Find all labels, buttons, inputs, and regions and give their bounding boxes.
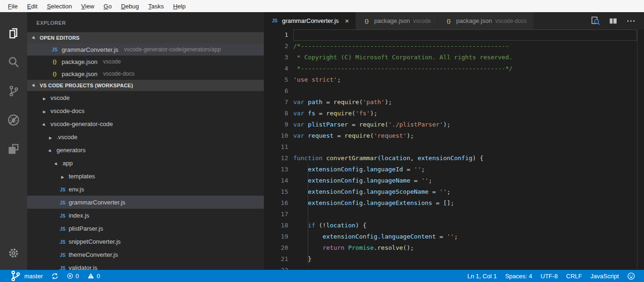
encoding[interactable]: UTF-8 xyxy=(537,270,562,282)
line-number: 4 xyxy=(264,63,293,74)
line-number: 7 xyxy=(264,97,293,108)
indent-guide xyxy=(308,231,308,242)
json-file-icon: {} xyxy=(50,59,59,64)
more-actions-icon xyxy=(626,16,636,26)
tree-item-vscode-generator-code[interactable]: ▶vscode-generator-code xyxy=(27,117,264,130)
line-content xyxy=(293,29,637,41)
settings-button[interactable] xyxy=(0,243,27,263)
feedback-smiley-icon xyxy=(627,272,635,280)
file-name: package.json xyxy=(62,70,98,78)
tab-package-json[interactable]: {}package.jsonvscode-docs xyxy=(438,12,534,29)
tree-item-themeconverter-js[interactable]: JSthemeConverter.js xyxy=(27,248,264,261)
file-name: grammarConverter.js xyxy=(62,46,118,53)
indentation-label: Spaces: 4 xyxy=(505,273,532,280)
activity-item-extensions[interactable] xyxy=(0,134,27,163)
open-editor-item[interactable]: {}package.jsonvscode-docs xyxy=(27,68,264,80)
menu-item-tasks[interactable]: Tasks xyxy=(144,1,168,12)
split-editor-button[interactable] xyxy=(607,15,620,27)
tree-item-vscode-docs[interactable]: ▶vscode-docs xyxy=(27,104,264,117)
tree-item-plistparser-js[interactable]: JSplistParser.js xyxy=(27,222,264,235)
js-file-icon: JS xyxy=(60,213,65,219)
tree-item-label: themeConverter.js xyxy=(69,251,118,258)
extensions-icon xyxy=(7,142,21,156)
open-editors-header[interactable]: ▶ OPEN EDITORS xyxy=(27,32,264,43)
js-file-icon: JS xyxy=(60,240,65,245)
cursor-position-label: Ln 1, Col 1 xyxy=(467,273,497,280)
open-editor-item[interactable]: {}package.jsonvscode xyxy=(27,56,264,68)
tree-item-app[interactable]: ▶app xyxy=(27,156,264,169)
js-file-icon: JS xyxy=(270,18,279,23)
code-line: 6 xyxy=(264,85,644,97)
line-content xyxy=(293,265,637,270)
workspace-header[interactable]: ▶ VS CODE PROJECTS (WORKSPACE) xyxy=(27,80,264,91)
line-number: 20 xyxy=(264,242,293,254)
indentation[interactable]: Spaces: 4 xyxy=(501,270,537,282)
menu-item-file[interactable]: File xyxy=(4,1,22,12)
tab-package-json[interactable]: {}package.jsonvscode xyxy=(356,12,438,29)
line-content: var plistParser = require('./plistParser… xyxy=(293,119,637,130)
end-of-line[interactable]: CRLF xyxy=(562,270,586,282)
tree-item-index-js[interactable]: JSindex.js xyxy=(27,209,264,222)
git-branch-icon xyxy=(9,269,22,282)
error-count[interactable]: 0 xyxy=(63,270,83,282)
code-line: 5'use strict'; xyxy=(264,74,644,85)
code-editor[interactable]: 12/*------------------------------------… xyxy=(264,29,644,270)
json-file-icon: {} xyxy=(50,71,59,77)
tree-item-validator-js[interactable]: JSvalidator.js xyxy=(27,261,264,270)
code-line: 11 xyxy=(264,141,644,153)
sync-button[interactable] xyxy=(47,270,63,282)
chevron-collapsed-icon: ▶ xyxy=(58,173,67,180)
code-line: 13 extensionConfig.languageId = ''; xyxy=(264,164,644,175)
warning-count[interactable]: 0 xyxy=(83,270,104,282)
tree-item-templates[interactable]: ▶templates xyxy=(27,169,264,183)
tree-item-snippetconverter-js[interactable]: JSsnippetConverter.js xyxy=(27,235,264,248)
menu-item-view[interactable]: View xyxy=(77,1,99,12)
line-number: 13 xyxy=(264,164,293,175)
js-file-icon: JS xyxy=(60,200,65,205)
line-number: 18 xyxy=(264,220,293,231)
line-number: 2 xyxy=(264,41,293,52)
tree-item-env-js[interactable]: JSenv.js xyxy=(27,183,264,196)
js-file-icon: JS xyxy=(58,225,67,232)
activity-item-search[interactable] xyxy=(0,48,27,77)
chevron-collapsed-icon: ▶ xyxy=(40,94,49,101)
chevron-expanded-icon: ▶ xyxy=(31,35,37,41)
feedback[interactable] xyxy=(623,270,639,282)
activity-item-explorer[interactable] xyxy=(0,19,27,48)
cursor-position[interactable]: Ln 1, Col 1 xyxy=(463,270,501,282)
open-editor-item[interactable]: JSgrammarConverter.jsvscode-generator-co… xyxy=(27,43,264,56)
line-content: extensionConfig.languageName = ''; xyxy=(293,175,637,186)
open-preview-icon xyxy=(590,15,601,27)
code-line: 17 xyxy=(264,209,644,220)
tree-item-generators[interactable]: ▶generators xyxy=(27,143,264,156)
open-preview-button[interactable] xyxy=(589,15,602,27)
close-icon[interactable]: × xyxy=(345,17,349,24)
git-branch-icon xyxy=(7,84,20,98)
activity-item-debug[interactable] xyxy=(0,106,27,134)
language-mode[interactable]: JavaScript xyxy=(586,270,623,282)
menu-item-edit[interactable]: Edit xyxy=(23,1,42,12)
line-content: } xyxy=(293,254,637,265)
search-icon xyxy=(7,55,21,69)
tree-item--vscode[interactable]: ▶.vscode xyxy=(27,130,264,143)
indent-guide xyxy=(308,186,308,197)
more-actions-button[interactable] xyxy=(624,15,637,27)
menu-item-go[interactable]: Go xyxy=(99,1,116,12)
chevron-expanded-icon: ▶ xyxy=(40,120,49,127)
line-number: 6 xyxy=(264,85,293,97)
menu-item-selection[interactable]: Selection xyxy=(42,1,76,12)
tab-grammarconverter-js[interactable]: JSgrammarConverter.js× xyxy=(264,12,356,29)
tree-item-grammarconverter-js[interactable]: JSgrammarConverter.js xyxy=(27,196,264,209)
chevron-collapsed-icon: ▶ xyxy=(46,134,55,141)
encoding-label: UTF-8 xyxy=(541,273,558,280)
branch-indicator[interactable]: master xyxy=(5,270,47,282)
menu-item-debug[interactable]: Debug xyxy=(117,1,143,12)
line-content: extensionConfig.languageContent = ''; xyxy=(293,231,637,242)
debug-disabled-icon xyxy=(7,113,21,127)
activity-item-source-control[interactable] xyxy=(0,77,27,106)
tree-item-label: .vscode xyxy=(57,134,78,141)
js-file-icon: JS xyxy=(58,199,67,206)
menu-item-help[interactable]: Help xyxy=(169,1,190,12)
tree-item-vscode[interactable]: ▶vscode xyxy=(27,91,264,104)
tree-item-label: snippetConverter.js xyxy=(69,238,120,245)
